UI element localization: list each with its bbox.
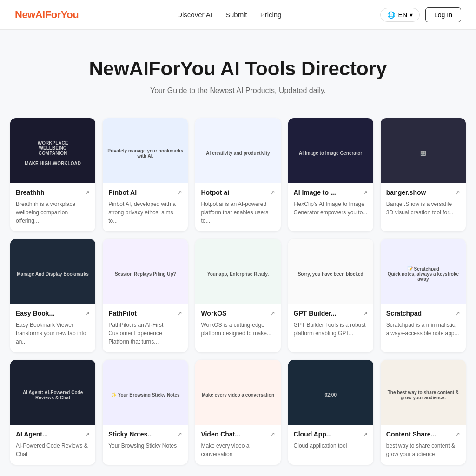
thumb-text: Privately manage your bookmarks with AI. xyxy=(103,118,188,183)
card-row3d[interactable]: 02:00 Cloud App... ↗ Cloud application t… xyxy=(288,360,373,465)
external-link-icon[interactable]: ↗ xyxy=(177,189,182,196)
card-row3a[interactable]: AI Agent: AI-Powered Code Reviews & Chat… xyxy=(10,360,95,465)
nav-pricing[interactable]: Pricing xyxy=(260,11,282,19)
navbar: NewAIForYou Discover AI Submit Pricing 🌐… xyxy=(0,0,476,30)
external-link-icon[interactable]: ↗ xyxy=(177,431,182,438)
card-desc: WorkOS is a cutting-edge platform design… xyxy=(201,321,275,337)
nav-submit[interactable]: Submit xyxy=(225,11,247,19)
card-title-row: Pinbot AI ↗ xyxy=(108,189,182,196)
card-thumbnail: ✨ Your Browsing Sticky Notes xyxy=(103,360,188,425)
card-title: Breathhh xyxy=(16,189,44,196)
card-row3b[interactable]: ✨ Your Browsing Sticky Notes Sticky Note… xyxy=(103,360,188,465)
card-desc: Make every video a conversation xyxy=(201,442,275,458)
external-link-icon[interactable]: ↗ xyxy=(270,310,275,317)
tools-grid-container: WORKPLACE WELLBEING COMPANION MAKE HIGH-… xyxy=(1,113,475,476)
card-desc: AI-Powered Code Reviews & Chat xyxy=(16,442,90,458)
card-pinbot[interactable]: Privately manage your bookmarks with AI.… xyxy=(103,118,188,231)
hero-title: NewAIForYou AI Tools Directory xyxy=(9,58,467,80)
external-link-icon[interactable]: ↗ xyxy=(270,431,275,438)
card-body: Content Share... ↗ best way to share con… xyxy=(381,425,466,465)
card-desc: Pinbot AI, developed with a strong priva… xyxy=(108,200,182,225)
card-title-row: WorkOS ↗ xyxy=(201,310,275,317)
card-thumbnail: WORKPLACE WELLBEING COMPANION MAKE HIGH-… xyxy=(10,118,95,183)
card-title-row: AI Image to ... ↗ xyxy=(294,189,368,196)
globe-icon: 🌐 xyxy=(387,11,395,19)
thumb-text: Your app, Enterprise Ready. xyxy=(195,239,280,304)
card-body: Pinbot AI ↗ Pinbot AI, developed with a … xyxy=(103,183,188,231)
card-title: Cloud App... xyxy=(294,430,332,438)
card-pathpilot[interactable]: Session Replays Piling Up? PathPilot ↗ P… xyxy=(103,239,188,352)
thumb-text: 📝 Scratchpad Quick notes, always a keyst… xyxy=(381,239,466,304)
card-title-row: Sticky Notes... ↗ xyxy=(108,430,182,438)
external-link-icon[interactable]: ↗ xyxy=(85,431,90,438)
external-link-icon[interactable]: ↗ xyxy=(363,189,368,196)
thumb-text: 02:00 xyxy=(288,360,373,425)
card-gptbuilder[interactable]: Sorry, you have been blocked GPT Builder… xyxy=(288,239,373,352)
external-link-icon[interactable]: ↗ xyxy=(455,431,460,438)
card-title: AI Agent... xyxy=(16,430,48,438)
external-link-icon[interactable]: ↗ xyxy=(85,310,90,317)
card-easybookmark[interactable]: Manage And Display Bookmarks Easy Book..… xyxy=(10,239,95,352)
card-title: Pinbot AI xyxy=(108,189,137,196)
hero-subtitle: Your Guide to the Newest AI Products, Up… xyxy=(9,86,467,95)
card-desc: Easy Bookmark Viewer transforms your new… xyxy=(16,321,90,346)
card-row3e[interactable]: The best way to share content & grow you… xyxy=(381,360,466,465)
card-hotpot[interactable]: AI creativity and productivity Hotpot ai… xyxy=(195,118,280,231)
thumb-text: AI Agent: AI-Powered Code Reviews & Chat xyxy=(10,360,95,425)
card-title: Content Share... xyxy=(386,430,436,438)
card-title-row: Cloud App... ↗ xyxy=(294,430,368,438)
card-desc: Scratchpad is a minimalistic, always-acc… xyxy=(386,321,460,337)
thumb-text: Make every video a conversation xyxy=(195,360,280,425)
thumb-text: Sorry, you have been blocked xyxy=(288,239,373,304)
card-body: banger.show ↗ Banger.Show is a versatile… xyxy=(381,183,466,223)
thumb-text: 🎛️ xyxy=(381,118,466,183)
card-body: Hotpot ai ↗ Hotpot.ai is an AI-powered p… xyxy=(195,183,280,231)
thumb-text: Manage And Display Bookmarks xyxy=(10,239,95,304)
card-title-row: Video Chat... ↗ xyxy=(201,430,275,438)
card-aiimage[interactable]: AI Image to Image Generator AI Image to … xyxy=(288,118,373,231)
card-body: Scratchpad ↗ Scratchpad is a minimalisti… xyxy=(381,304,466,344)
card-desc: GPT Builder Tools is a robust platform e… xyxy=(294,321,368,337)
card-title: PathPilot xyxy=(108,310,137,317)
language-selector[interactable]: 🌐 EN ▾ xyxy=(380,8,420,22)
login-button[interactable]: Log In xyxy=(425,7,461,22)
card-body: Video Chat... ↗ Make every video a conve… xyxy=(195,425,280,465)
card-desc: FlexClip's AI Image to Image Generator e… xyxy=(294,200,368,217)
card-workos[interactable]: Your app, Enterprise Ready. WorkOS ↗ Wor… xyxy=(195,239,280,352)
card-body: GPT Builder... ↗ GPT Builder Tools is a … xyxy=(288,304,373,344)
card-banger[interactable]: 🎛️ banger.show ↗ Banger.Show is a versat… xyxy=(381,118,466,231)
card-breathhh[interactable]: WORKPLACE WELLBEING COMPANION MAKE HIGH-… xyxy=(10,118,95,231)
thumb-text: WORKPLACE WELLBEING COMPANION MAKE HIGH-… xyxy=(10,118,95,183)
nav-discover[interactable]: Discover AI xyxy=(177,11,212,19)
external-link-icon[interactable]: ↗ xyxy=(85,189,90,196)
card-thumbnail: 📝 Scratchpad Quick notes, always a keyst… xyxy=(381,239,466,304)
card-scratchpad[interactable]: 📝 Scratchpad Quick notes, always a keyst… xyxy=(381,239,466,352)
card-thumbnail: Manage And Display Bookmarks xyxy=(10,239,95,304)
card-title-row: Hotpot ai ↗ xyxy=(201,189,275,196)
card-thumbnail: Session Replays Piling Up? xyxy=(103,239,188,304)
card-thumbnail: AI Image to Image Generator xyxy=(288,118,373,183)
external-link-icon[interactable]: ↗ xyxy=(455,310,460,317)
card-desc: Banger.Show is a versatile 3D visual cre… xyxy=(386,200,460,217)
card-body: Cloud App... ↗ Cloud application tool xyxy=(288,425,373,456)
lang-label: EN xyxy=(398,11,407,19)
logo[interactable]: NewAIForYou xyxy=(15,9,79,21)
thumb-text: AI Image to Image Generator xyxy=(288,118,373,183)
card-title: Video Chat... xyxy=(201,430,240,438)
card-thumbnail: Sorry, you have been blocked xyxy=(288,239,373,304)
external-link-icon[interactable]: ↗ xyxy=(363,431,368,438)
external-link-icon[interactable]: ↗ xyxy=(455,189,460,196)
card-desc: Breathhh is a workplace wellbeing compan… xyxy=(16,200,90,225)
card-title-row: GPT Builder... ↗ xyxy=(294,310,368,317)
card-body: WorkOS ↗ WorkOS is a cutting-edge platfo… xyxy=(195,304,280,344)
thumb-text: Session Replays Piling Up? xyxy=(103,239,188,304)
card-thumbnail: The best way to share content & grow you… xyxy=(381,360,466,425)
card-thumbnail: AI Agent: AI-Powered Code Reviews & Chat xyxy=(10,360,95,425)
card-row3c[interactable]: Make every video a conversation Video Ch… xyxy=(195,360,280,465)
external-link-icon[interactable]: ↗ xyxy=(270,189,275,196)
external-link-icon[interactable]: ↗ xyxy=(177,310,182,317)
external-link-icon[interactable]: ↗ xyxy=(363,310,368,317)
card-body: AI Agent... ↗ AI-Powered Code Reviews & … xyxy=(10,425,95,465)
card-title-row: Breathhh ↗ xyxy=(16,189,90,196)
card-body: Sticky Notes... ↗ Your Browsing Sticky N… xyxy=(103,425,188,456)
